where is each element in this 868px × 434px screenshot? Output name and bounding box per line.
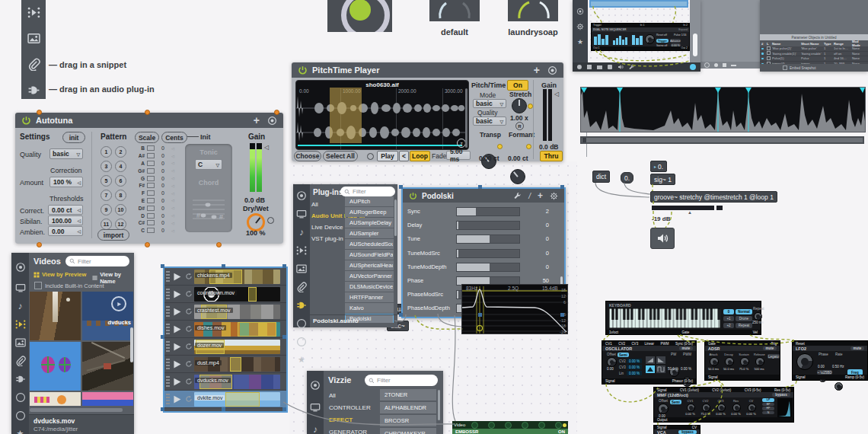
play-icon[interactable] <box>172 359 182 369</box>
monitor-icon[interactable] <box>310 402 321 413</box>
loop-icon[interactable] <box>185 290 193 298</box>
dial-default[interactable] <box>429 0 480 21</box>
seq-expand[interactable]: Expand <box>678 28 688 31</box>
note-cents[interactable]: 0 <box>157 153 169 158</box>
note-toggle[interactable] <box>147 168 155 174</box>
loop-icon[interactable] <box>185 325 193 333</box>
note-cents[interactable]: 0 <box>157 213 169 219</box>
selection-region[interactable] <box>330 88 362 143</box>
adsr-knob-group[interactable]: Attack 50.0 ms <box>708 353 719 374</box>
cv3-field[interactable]: 0.00 % <box>627 365 642 369</box>
star-icon[interactable]: ★ <box>576 38 584 46</box>
params-row[interactable]: 'Swing enable(1)' 'Swing enable' 1 off o… <box>760 52 868 57</box>
seq-reset[interactable]: Reset off <box>656 34 667 37</box>
pattern-button[interactable]: 4 <box>115 161 126 172</box>
semi-button[interactable]: Semi <box>617 353 629 357</box>
note-cents[interactable]: 0 <box>157 176 169 181</box>
play-toggle[interactable] <box>367 153 374 160</box>
monitor-icon[interactable] <box>296 209 307 219</box>
drag-handle[interactable] <box>166 271 170 282</box>
cents-button[interactable]: Cents <box>161 132 187 143</box>
float-number-box[interactable]: 0. <box>621 172 633 183</box>
quality-dropdown[interactable]: basic▽ <box>49 148 83 159</box>
note-cents[interactable]: 0 <box>157 145 169 151</box>
music-note-icon[interactable]: ♪ <box>15 301 26 311</box>
param-slider[interactable] <box>456 249 520 258</box>
vizzie-list-item[interactable]: CHROMAKEYR <box>380 428 436 434</box>
float-number-box-top[interactable]: ▸0. <box>650 161 667 172</box>
offset-knob[interactable] <box>607 357 617 367</box>
pattern-button[interactable]: 6 <box>115 175 126 187</box>
toolbar-bar-icon[interactable] <box>731 65 736 66</box>
seq-trigger-button[interactable]: Trigger <box>656 39 669 43</box>
playlist-row[interactable]: dozer.mov <box>164 338 286 356</box>
drag-handle[interactable] <box>166 394 170 404</box>
plugin-list-item[interactable]: AUVectorPanner <box>345 271 394 281</box>
note-cents[interactable]: 0 <box>157 228 169 233</box>
include-builtin-row[interactable]: Include Built-in Content <box>34 282 104 289</box>
waveform-display[interactable]: sho0630.aif 0.00 1000.00 2000.00 3000.00 <box>295 80 469 150</box>
add-icon[interactable]: + <box>534 64 540 76</box>
toolbar-square-icon[interactable] <box>723 63 726 67</box>
drag-handle[interactable] <box>166 359 170 369</box>
note-toggle[interactable] <box>147 161 155 166</box>
params-row[interactable]: 'Max pulse(2)' 'Max pulse' 1 1st to In… … <box>760 46 868 52</box>
knob[interactable] <box>702 404 710 412</box>
record-target-icon[interactable] <box>576 8 584 15</box>
wrench-icon[interactable] <box>514 192 522 199</box>
playhead-line[interactable] <box>298 145 462 146</box>
note-toggle[interactable] <box>147 153 155 158</box>
pattern-button[interactable]: 7 <box>101 190 112 201</box>
import-button[interactable]: import <box>97 229 129 241</box>
play-icon[interactable] <box>172 342 182 352</box>
cv2-field[interactable]: 0.00 % <box>627 359 642 363</box>
vizzie-category[interactable]: EFFECT <box>329 416 376 423</box>
gear-icon[interactable] <box>550 192 558 200</box>
playlist-row[interactable]: dvkite.mov <box>164 391 286 408</box>
wrench-icon[interactable] <box>629 64 635 70</box>
snippet-icon[interactable] <box>296 245 307 256</box>
plugin-list-item[interactable]: AUSampleDelay <box>345 218 394 228</box>
pattern-button[interactable]: 11 <box>101 219 112 230</box>
mode-dropdown[interactable]: basic▽ <box>473 99 506 108</box>
loop-icon[interactable] <box>185 360 193 368</box>
lin-field[interactable]: 0.00 % <box>627 371 642 375</box>
note-toggle[interactable] <box>147 198 155 203</box>
music-note-icon[interactable]: ♪ <box>310 424 321 434</box>
note-cents[interactable]: 0 <box>157 220 169 225</box>
mute-button[interactable]: mute <box>850 346 864 350</box>
formant-knob[interactable] <box>510 169 525 184</box>
autotuna-titlebar[interactable]: Autotuna + <box>15 113 283 128</box>
video-thumbnail-partial-2[interactable] <box>82 392 133 406</box>
filmstrip[interactable]: dvkite.mov <box>194 392 280 407</box>
playlist-row[interactable]: crashtest.mov <box>164 303 286 321</box>
loop-icon[interactable] <box>185 273 193 280</box>
dial-laundrysoap[interactable] <box>508 0 558 21</box>
video-thumbnail-partial-1[interactable] <box>30 392 81 406</box>
drag-handle[interactable] <box>166 341 170 352</box>
knob[interactable] <box>687 404 695 412</box>
loop-icon[interactable] <box>185 378 193 385</box>
note-toggle[interactable] <box>147 228 155 233</box>
power-icon[interactable] <box>21 116 31 126</box>
plugins-category[interactable]: All <box>311 201 345 208</box>
playlist-row[interactable]: countdown.mov <box>164 286 286 303</box>
filter-mode-button[interactable]: BP <box>762 403 774 407</box>
loop-button[interactable]: Loop <box>410 151 430 161</box>
image-icon[interactable] <box>296 263 307 274</box>
note-toggle[interactable] <box>147 183 155 188</box>
clip-selection[interactable] <box>230 357 241 372</box>
sig-object[interactable]: sig~ 1 <box>650 174 675 185</box>
repeat-knob[interactable] <box>754 312 762 321</box>
thru-button[interactable]: Thru <box>540 151 563 161</box>
plugins-category[interactable]: VST plug-in <box>311 235 345 242</box>
mmf-knob-group[interactable]: CV1 0.00 % <box>685 399 696 419</box>
record-target-icon[interactable] <box>547 65 557 75</box>
monitor-icon[interactable] <box>15 282 26 293</box>
scale-button[interactable]: Scale <box>135 132 159 143</box>
vizzie-list-item[interactable]: BRCOSR <box>380 415 436 426</box>
vizzie-list-item[interactable]: ALPHABLENDR <box>380 402 436 413</box>
ezdac-speaker[interactable] <box>650 228 675 249</box>
play-icon[interactable] <box>172 272 182 282</box>
mode-repeat-button[interactable]: Repeat <box>736 323 752 328</box>
